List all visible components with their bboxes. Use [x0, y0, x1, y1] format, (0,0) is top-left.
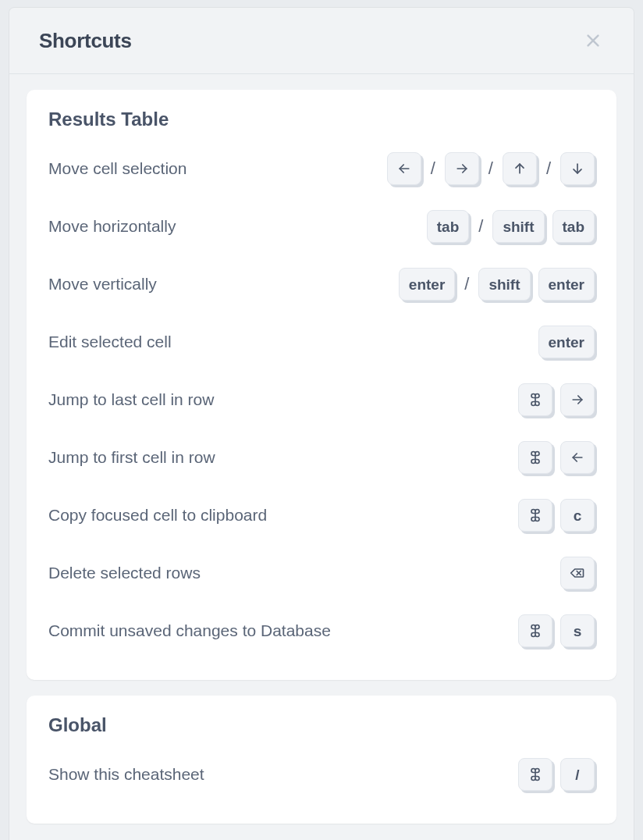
- close-button[interactable]: [579, 27, 607, 55]
- backspace-icon: [570, 565, 585, 581]
- shortcut-label: Commit unsaved changes to Database: [48, 621, 331, 640]
- keycap-arrow-right: [560, 383, 595, 416]
- shortcut-keys: enter/shiftenter: [399, 268, 595, 301]
- shortcut-label: Move vertically: [48, 275, 157, 294]
- keycap: c: [560, 499, 595, 532]
- command-icon: [528, 623, 543, 639]
- shortcut-row: Move horizontallytab/shifttab: [48, 198, 595, 255]
- keycap: enter: [399, 268, 455, 301]
- shortcut-row: Copy focused cell to clipboardc: [48, 486, 595, 544]
- keycap-command: [518, 499, 552, 532]
- shortcut-label: Delete selected rows: [48, 564, 201, 582]
- keycap-arrow-up: [503, 152, 537, 185]
- modal-header: Shortcuts: [9, 8, 634, 74]
- shortcut-label: Jump to first cell in row: [48, 448, 215, 467]
- shortcut-keys: ///: [387, 152, 595, 185]
- command-icon: [528, 392, 543, 408]
- shortcut-keys: s: [518, 614, 595, 647]
- keycap-command: [518, 441, 552, 474]
- shortcut-keys: c: [518, 499, 595, 532]
- shortcut-row: Jump to last cell in row: [48, 371, 595, 429]
- shortcut-keys: [518, 383, 595, 416]
- modal-body: Results TableMove cell selection///Move …: [9, 74, 634, 840]
- shortcut-row: Delete selected rows: [48, 544, 595, 602]
- keycap-backspace: [560, 557, 595, 589]
- modal-title: Shortcuts: [39, 29, 132, 53]
- arrow-up-icon: [512, 161, 528, 176]
- shortcut-keys: [560, 557, 595, 589]
- shortcut-row: Move verticallyenter/shiftenter: [48, 255, 595, 313]
- arrow-down-icon: [570, 161, 585, 176]
- keycap: shift: [478, 268, 530, 301]
- keycap-command: [518, 614, 552, 647]
- shortcut-keys: enter: [538, 326, 595, 358]
- keycap: tab: [427, 210, 470, 243]
- key-separator: /: [477, 216, 485, 237]
- keycap-command: [518, 383, 552, 416]
- arrow-right-icon: [454, 161, 470, 176]
- command-icon: [528, 450, 543, 465]
- shortcut-row: Jump to first cell in row: [48, 429, 595, 486]
- section-title: Global: [48, 714, 595, 736]
- keycap: tab: [552, 210, 595, 243]
- keycap-arrow-left: [560, 441, 595, 474]
- arrow-left-icon: [396, 161, 412, 176]
- keycap: enter: [538, 268, 595, 301]
- shortcut-keys: [518, 441, 595, 474]
- shortcut-label: Move horizontally: [48, 217, 176, 236]
- keycap: shift: [492, 210, 544, 243]
- shortcut-label: Move cell selection: [48, 159, 187, 178]
- command-icon: [528, 507, 543, 523]
- keycap: /: [560, 758, 595, 791]
- shortcut-keys: /: [518, 758, 595, 791]
- command-icon: [528, 767, 543, 782]
- arrow-left-icon: [570, 450, 585, 465]
- shortcuts-modal: Shortcuts Results TableMove cell selecti…: [9, 8, 634, 840]
- section-title: Results Table: [48, 109, 595, 130]
- keycap: enter: [538, 326, 595, 358]
- shortcut-row: Commit unsaved changes to Databases: [48, 602, 595, 660]
- shortcut-label: Edit selected cell: [48, 333, 172, 351]
- shortcut-keys: tab/shifttab: [427, 210, 595, 243]
- keycap: s: [560, 614, 595, 647]
- shortcut-label: Show this cheatsheet: [48, 765, 204, 784]
- shortcut-row: Show this cheatsheet/: [48, 746, 595, 803]
- key-separator: /: [463, 274, 471, 294]
- key-separator: /: [487, 158, 495, 179]
- keycap-arrow-left: [387, 152, 421, 185]
- shortcut-section: Results TableMove cell selection///Move …: [27, 90, 616, 680]
- arrow-right-icon: [570, 392, 585, 408]
- keycap-arrow-right: [445, 152, 479, 185]
- shortcut-row: Move cell selection///: [48, 140, 595, 198]
- key-separator: /: [545, 158, 552, 179]
- key-separator: /: [429, 158, 437, 179]
- shortcut-label: Jump to last cell in row: [48, 390, 214, 409]
- shortcut-section: GlobalShow this cheatsheet/: [27, 696, 616, 824]
- keycap-command: [518, 758, 552, 791]
- shortcut-row: Edit selected cellenter: [48, 313, 595, 371]
- shortcut-label: Copy focused cell to clipboard: [48, 506, 267, 525]
- close-icon: [584, 32, 602, 49]
- keycap-arrow-down: [560, 152, 595, 185]
